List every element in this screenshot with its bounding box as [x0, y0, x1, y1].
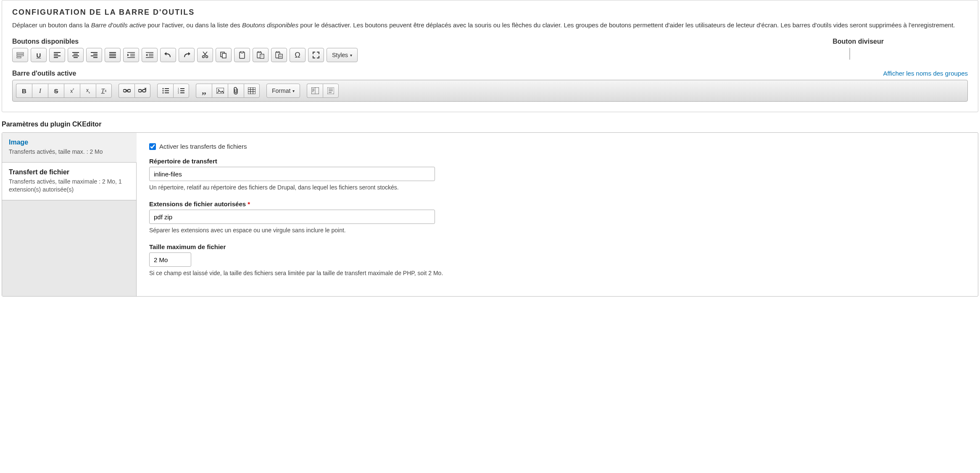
- required-marker: *: [248, 200, 250, 208]
- strike-icon[interactable]: S: [48, 84, 64, 98]
- svg-point-56: [162, 90, 163, 92]
- align-justify-icon[interactable]: [105, 48, 121, 62]
- svg-rect-36: [222, 53, 226, 58]
- underline-icon[interactable]: U: [31, 48, 47, 62]
- superscript-icon[interactable]: x²: [64, 84, 80, 98]
- caret-down-icon: ▾: [350, 53, 352, 58]
- upload-directory-label: Répertoire de transfert: [149, 158, 965, 165]
- toolbar-config-title: Configuration de la barre d'outils: [12, 8, 968, 17]
- redo-icon[interactable]: [179, 48, 195, 62]
- tab-desc: Transferts activés, taille maximale : 2 …: [9, 178, 129, 194]
- available-buttons-row: U T W Ω Styles▾: [12, 48, 358, 62]
- align-right-icon[interactable]: [86, 48, 102, 62]
- allowed-extensions-help: Séparer les extensions avec un espace ou…: [149, 226, 965, 235]
- svg-marker-30: [188, 52, 190, 55]
- attachment-icon[interactable]: [228, 84, 244, 98]
- plugin-settings-heading: Paramètres du plugin CKEditor: [2, 121, 980, 128]
- svg-text:W: W: [279, 55, 282, 58]
- toolbar-config-description: Déplacer un bouton dans la Barre d'outil…: [12, 20, 968, 30]
- svg-marker-29: [164, 52, 166, 55]
- maximize-icon[interactable]: [308, 48, 324, 62]
- italic-icon[interactable]: I: [32, 84, 48, 98]
- group-text-format: B I S x² x₂ Tx: [16, 84, 112, 98]
- upload-directory-input[interactable]: [149, 167, 435, 181]
- enable-uploads-checkbox[interactable]: [149, 143, 156, 150]
- max-file-size-label: Taille maximum de fichier: [149, 243, 965, 250]
- svg-rect-40: [258, 51, 261, 53]
- active-toolbar: B I S x² x₂ Tx 123 ,, Format▾: [12, 80, 968, 102]
- divider-button-area: [848, 48, 850, 62]
- svg-point-58: [162, 92, 163, 94]
- toolbar-config-fieldset: Configuration de la barre d'outils Dépla…: [2, 0, 978, 112]
- tab-title: Transfert de fichier: [9, 168, 129, 176]
- cut-icon[interactable]: [197, 48, 213, 62]
- caret-down-icon: ▾: [292, 89, 295, 93]
- unlink-icon[interactable]: [134, 84, 150, 98]
- svg-text:T: T: [261, 55, 263, 58]
- subscript-icon[interactable]: x₂: [80, 84, 96, 98]
- undo-icon[interactable]: [160, 48, 176, 62]
- styles-dropdown[interactable]: Styles▾: [327, 48, 358, 62]
- svg-rect-51: [142, 89, 146, 92]
- svg-rect-2: [17, 57, 21, 58]
- svg-point-54: [162, 88, 163, 89]
- paste-word-icon[interactable]: W: [271, 48, 287, 62]
- plugin-tab-content: Activer les transferts de fichiers Réper…: [137, 133, 978, 296]
- plugin-settings-panel: Image Transferts activés, taille max. : …: [2, 132, 978, 297]
- plugin-tab-list: Image Transferts activés, taille max. : …: [2, 133, 137, 296]
- table-icon[interactable]: [244, 84, 260, 98]
- align-center-icon[interactable]: [68, 48, 84, 62]
- tab-file-transfer[interactable]: Transfert de fichier Transferts activés,…: [2, 163, 137, 200]
- active-toolbar-label: Barre d'outils active: [12, 70, 76, 77]
- image-icon[interactable]: [212, 84, 228, 98]
- link-icon[interactable]: [119, 84, 134, 98]
- svg-rect-0: [17, 53, 24, 54]
- show-blocks-icon[interactable]: [323, 84, 339, 98]
- blockquote-icon[interactable]: ,,: [196, 84, 212, 98]
- svg-marker-28: [146, 54, 148, 56]
- upload-directory-help: Un répertoire, relatif au répertoire des…: [149, 183, 965, 192]
- language-icon[interactable]: [12, 48, 28, 62]
- tab-filler: [2, 200, 137, 296]
- available-buttons-label: Boutons disponibles: [12, 38, 79, 45]
- enable-uploads-label: Activer les transferts de fichiers: [159, 143, 247, 150]
- format-dropdown[interactable]: Format▾: [266, 84, 300, 98]
- enable-uploads-row[interactable]: Activer les transferts de fichiers: [149, 143, 965, 150]
- copy-icon[interactable]: [216, 48, 232, 62]
- group-media: ,,: [196, 84, 260, 98]
- svg-point-67: [218, 89, 219, 91]
- source-icon[interactable]: [307, 84, 323, 98]
- group-format: Format▾: [266, 84, 300, 98]
- divider-button-label: Bouton diviseur: [832, 38, 884, 45]
- group-tools: [307, 84, 339, 98]
- max-file-size-input[interactable]: [149, 252, 191, 267]
- allowed-extensions-group: Extensions de fichier autorisées * Sépar…: [149, 200, 965, 235]
- divider-handle[interactable]: [849, 48, 850, 60]
- upload-directory-group: Répertoire de transfert Un répertoire, r…: [149, 158, 965, 192]
- align-left-icon[interactable]: [49, 48, 65, 62]
- svg-text:3: 3: [178, 92, 179, 94]
- paste-text-icon[interactable]: T: [253, 48, 269, 62]
- special-char-icon[interactable]: Ω: [290, 48, 306, 62]
- svg-rect-44: [277, 51, 279, 53]
- group-lists: 123: [157, 84, 189, 98]
- remove-format-icon[interactable]: Tx: [96, 84, 112, 98]
- svg-rect-50: [138, 89, 142, 92]
- allowed-extensions-label: Extensions de fichier autorisées *: [149, 200, 965, 208]
- tab-desc: Transferts activés, taille max. : 2 Mo: [9, 148, 129, 156]
- group-links: [119, 84, 150, 98]
- svg-rect-38: [241, 51, 243, 53]
- number-list-icon[interactable]: 123: [173, 84, 189, 98]
- allowed-extensions-input[interactable]: [149, 210, 435, 224]
- max-file-size-help: Si ce champ est laissé vide, la taille d…: [149, 269, 965, 278]
- paste-icon[interactable]: [234, 48, 250, 62]
- svg-rect-68: [248, 87, 256, 94]
- indent-icon[interactable]: [123, 48, 139, 62]
- bullet-list-icon[interactable]: [157, 84, 173, 98]
- bold-icon[interactable]: B: [16, 84, 32, 98]
- tab-image[interactable]: Image Transferts activés, taille max. : …: [2, 133, 137, 163]
- tab-title: Image: [9, 139, 129, 146]
- svg-rect-1: [17, 55, 24, 56]
- outdent-icon[interactable]: [142, 48, 158, 62]
- show-group-names-link[interactable]: Afficher les noms des groupes: [883, 70, 968, 77]
